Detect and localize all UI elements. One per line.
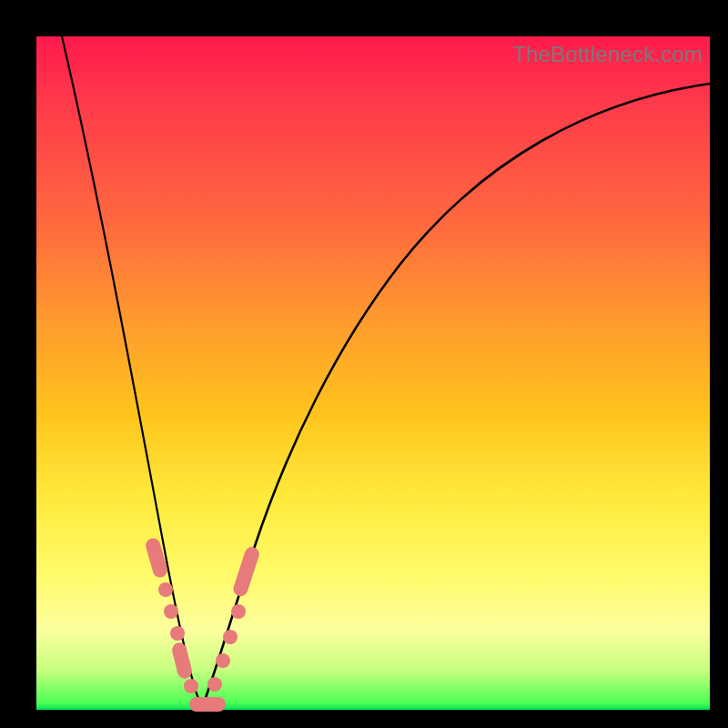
right-curve (202, 84, 710, 708)
plot-area: TheBottleneck.com (36, 36, 710, 710)
marker-dot (216, 653, 230, 668)
chart-frame: TheBottleneck.com (0, 0, 728, 728)
marker-dot (184, 679, 198, 693)
marker-dot (207, 677, 222, 692)
marker-pill-bottom (189, 697, 226, 712)
marker-dot (170, 626, 185, 641)
marker-pill-left-lower (170, 642, 193, 681)
marker-dot (231, 604, 246, 619)
left-curve (62, 36, 202, 708)
marker-pill-right (231, 545, 261, 598)
curve-layer (36, 36, 710, 710)
marker-dot (158, 582, 173, 597)
marker-dot (223, 630, 238, 644)
marker-dot (164, 604, 178, 619)
